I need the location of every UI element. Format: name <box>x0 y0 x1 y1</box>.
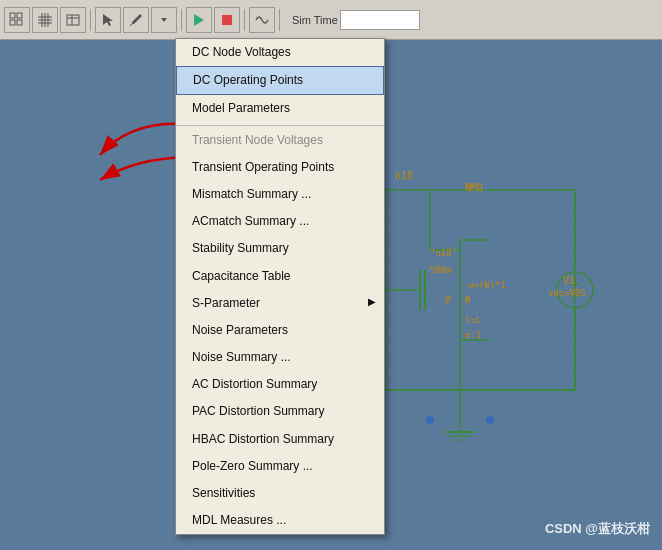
n18-label: n18 <box>395 170 413 181</box>
menu-item-pac-distortion-summary[interactable]: PAC Distortion Summary <box>176 398 384 425</box>
menu-item-dc-node-voltages[interactable]: DC Node Voltages <box>176 39 384 66</box>
l-label: l=L <box>465 315 481 325</box>
v1-label: V1 <box>563 275 575 286</box>
m-label: m:1 <box>465 330 481 340</box>
menu-item-mismatch-summary[interactable]: Mismatch Summary ... <box>176 181 384 208</box>
menu-item-transient-operating-points[interactable]: Transient Operating Points <box>176 154 384 181</box>
wave-button[interactable] <box>249 7 275 33</box>
watermark: CSDN @蓝枝沃柑 <box>545 520 650 538</box>
menu-item-transient-node-voltages[interactable]: Transient Node Voltages <box>176 125 384 154</box>
menu-item-stability-summary[interactable]: Stability Summary <box>176 235 384 262</box>
svg-marker-16 <box>161 18 167 22</box>
menu-item-ac-distortion-summary[interactable]: AC Distortion Summary <box>176 371 384 398</box>
menu-item-sensitivities[interactable]: Sensitivities <box>176 480 384 507</box>
svg-rect-3 <box>17 20 22 25</box>
menu-item-acmatch-summary[interactable]: ACmatch Summary ... <box>176 208 384 235</box>
svg-line-15 <box>130 24 132 26</box>
menu-item-noise-parameters[interactable]: Noise Parameters <box>176 317 384 344</box>
svg-marker-14 <box>132 14 142 24</box>
svg-point-42 <box>486 416 494 424</box>
dropdown-menu: DC Node Voltages DC Operating Points Mod… <box>175 38 385 535</box>
svg-rect-10 <box>67 15 79 25</box>
nmo-label: NMO <box>465 182 483 193</box>
menu-item-capacitance-table[interactable]: Capacitance Table <box>176 263 384 290</box>
stop-button[interactable] <box>214 7 240 33</box>
svg-marker-13 <box>103 14 113 26</box>
cursor-button[interactable] <box>95 7 121 33</box>
menu-item-noise-summary[interactable]: Noise Summary ... <box>176 344 384 371</box>
menu-item-dc-operating-points[interactable]: DC Operating Points <box>176 66 384 95</box>
svg-point-41 <box>426 416 434 424</box>
vdc-label: vdc=VDS <box>548 288 586 298</box>
menu-item-s-parameter[interactable]: S-Parameter <box>176 290 384 317</box>
w-label: w=(W)*1 <box>468 280 506 290</box>
toolbar: Sim Time <box>0 0 662 40</box>
phi-label1: Ø <box>465 295 470 305</box>
phi-label2: Ø <box>445 295 450 305</box>
menu-item-mdl-measures[interactable]: MDL Measures ... <box>176 507 384 534</box>
grid-button[interactable] <box>4 7 30 33</box>
svg-rect-0 <box>10 13 15 18</box>
separator1 <box>90 9 91 31</box>
grid2-button[interactable] <box>32 7 58 33</box>
menu-item-pole-zero-summary[interactable]: Pole-Zero Summary ... <box>176 453 384 480</box>
view-button[interactable] <box>60 7 86 33</box>
run-button[interactable] <box>186 7 212 33</box>
separator4 <box>279 9 280 31</box>
menu-item-hbac-distortion-summary[interactable]: HBAC Distortion Summary <box>176 426 384 453</box>
dropdown-arrow[interactable] <box>151 7 177 33</box>
sim-time-input[interactable] <box>340 10 420 30</box>
svg-rect-19 <box>385 190 575 390</box>
svg-rect-18 <box>222 15 232 25</box>
separator3 <box>244 9 245 31</box>
w-value-label: 500m <box>430 265 452 275</box>
n18-quoted-label: "n18" <box>430 248 457 258</box>
sim-time-label: Sim Time <box>292 14 338 26</box>
pencil-button[interactable] <box>123 7 149 33</box>
svg-marker-17 <box>194 14 204 26</box>
svg-rect-1 <box>17 13 22 18</box>
separator2 <box>181 9 182 31</box>
menu-item-model-parameters[interactable]: Model Parameters <box>176 95 384 122</box>
svg-rect-2 <box>10 20 15 25</box>
